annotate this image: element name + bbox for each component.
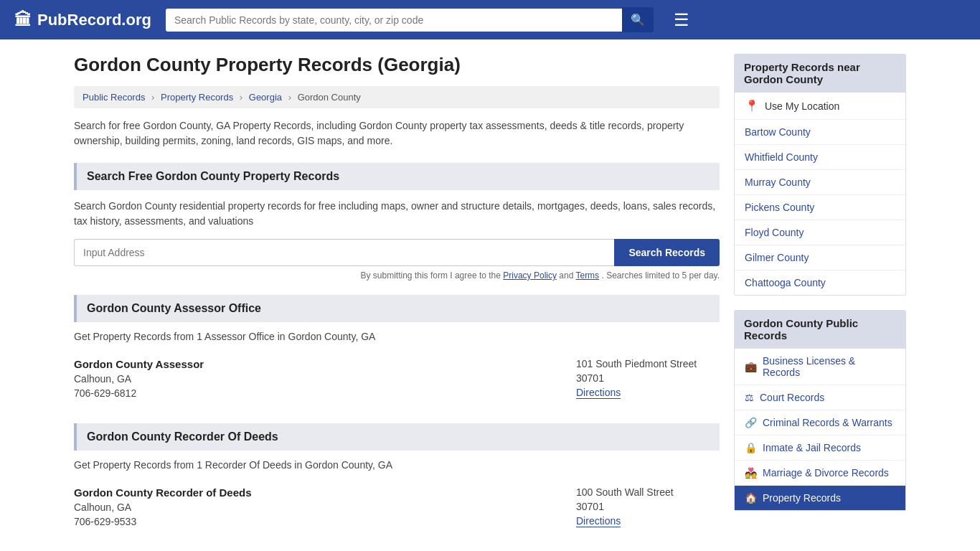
address-input[interactable] xyxy=(74,239,614,266)
breadcrumb: Public Records › Property Records › Geor… xyxy=(74,86,720,108)
sidebar-item-criminal[interactable]: 🔗 Criminal Records & Warrants xyxy=(735,410,905,435)
assessor-section: Gordon County Assessor Office Get Proper… xyxy=(74,295,720,406)
sidebar-item-marriage[interactable]: 💑 Marriage & Divorce Records xyxy=(735,461,905,486)
sidebar-nearby-header: Property Records near Gordon County xyxy=(734,54,906,93)
address-search-row: Search Records xyxy=(74,239,720,266)
header-search-bar: 🔍 xyxy=(166,7,654,32)
sidebar-item-bartow[interactable]: Bartow County xyxy=(735,120,905,145)
court-icon: ⚖ xyxy=(745,392,754,403)
hamburger-icon: ☰ xyxy=(674,10,689,29)
recorder-office-card: Gordon County Recorder of Deeds Calhoun,… xyxy=(74,479,720,534)
terms-link[interactable]: Terms xyxy=(575,270,599,281)
recorder-info-right: 100 South Wall Street 30701 Directions xyxy=(576,486,720,527)
logo-icon: 🏛 xyxy=(14,10,32,30)
sidebar-item-inmate[interactable]: 🔒 Inmate & Jail Records xyxy=(735,435,905,461)
breadcrumb-sep-1: › xyxy=(151,92,154,103)
sidebar-item-floyd[interactable]: Floyd County xyxy=(735,220,905,245)
inmate-icon: 🔒 xyxy=(745,442,757,453)
assessor-directions-link[interactable]: Directions xyxy=(576,387,621,399)
sidebar-item-court[interactable]: ⚖ Court Records xyxy=(735,385,905,410)
breadcrumb-property-records[interactable]: Property Records xyxy=(161,92,233,103)
criminal-icon: 🔗 xyxy=(745,417,757,428)
bartow-label: Bartow County xyxy=(745,126,811,138)
sidebar-item-pickens[interactable]: Pickens County xyxy=(735,195,905,220)
terms-suffix: . Searches limited to 5 per day. xyxy=(601,270,720,281)
assessor-zip: 30701 xyxy=(576,372,720,384)
business-label: Business Licenses & Records xyxy=(763,355,895,378)
sidebar-public-records-list: 💼 Business Licenses & Records ⚖ Court Re… xyxy=(734,349,906,511)
breadcrumb-public-records[interactable]: Public Records xyxy=(83,92,145,103)
sidebar-public-records-section: Gordon County Public Records 💼 Business … xyxy=(734,310,906,511)
property-icon: 🏠 xyxy=(745,492,757,504)
business-icon: 💼 xyxy=(745,361,757,372)
terms-and: and xyxy=(559,270,575,281)
search-section-header: Search Free Gordon County Property Recor… xyxy=(74,163,720,190)
property-label: Property Records xyxy=(763,492,841,504)
terms-prefix: By submitting this form I agree to the xyxy=(361,270,501,281)
recorder-phone: 706-629-9533 xyxy=(74,516,562,527)
assessor-info-right: 101 South Piedmont Street 30701 Directio… xyxy=(576,358,720,399)
sidebar-use-location[interactable]: 📍 Use My Location xyxy=(735,93,905,120)
sidebar-public-records-header: Gordon County Public Records xyxy=(734,310,906,349)
pickens-label: Pickens County xyxy=(745,202,814,213)
privacy-policy-link[interactable]: Privacy Policy xyxy=(503,270,557,281)
whitfield-label: Whitfield County xyxy=(745,151,818,163)
sidebar-item-gilmer[interactable]: Gilmer County xyxy=(735,245,905,270)
assessor-name: Gordon County Assessor xyxy=(74,358,562,370)
sidebar-item-whitfield[interactable]: Whitfield County xyxy=(735,145,905,170)
recorder-name: Gordon County Recorder of Deeds xyxy=(74,486,562,499)
header-search-input[interactable] xyxy=(166,9,622,32)
sidebar-item-murray[interactable]: Murray County xyxy=(735,170,905,195)
recorder-city: Calhoun, GA xyxy=(74,501,562,513)
use-location-label: Use My Location xyxy=(765,100,839,112)
assessor-section-header: Gordon County Assessor Office xyxy=(74,295,720,322)
assessor-street: 101 South Piedmont Street xyxy=(576,358,720,369)
recorder-section: Gordon County Recorder Of Deeds Get Prop… xyxy=(74,423,720,534)
criminal-label: Criminal Records & Warrants xyxy=(763,417,892,428)
search-form-section: Search Free Gordon County Property Recor… xyxy=(74,163,720,281)
recorder-street: 100 South Wall Street xyxy=(576,486,720,498)
logo[interactable]: 🏛 PubRecord.org xyxy=(14,10,151,30)
main-container: Gordon County Property Records (Georgia)… xyxy=(60,39,920,551)
terms-text: By submitting this form I agree to the P… xyxy=(74,270,720,281)
logo-text: PubRecord.org xyxy=(37,11,151,29)
search-icon: 🔍 xyxy=(631,14,645,26)
sidebar: Property Records near Gordon County 📍 Us… xyxy=(734,54,906,551)
recorder-description: Get Property Records from 1 Recorder Of … xyxy=(74,459,720,471)
assessor-city: Calhoun, GA xyxy=(74,373,562,385)
murray-label: Murray County xyxy=(745,176,811,188)
page-description: Search for free Gordon County, GA Proper… xyxy=(74,118,720,149)
marriage-icon: 💑 xyxy=(745,467,757,479)
floyd-label: Floyd County xyxy=(745,227,804,238)
search-description: Search Gordon County residential propert… xyxy=(74,199,720,229)
header-search-button[interactable]: 🔍 xyxy=(622,7,654,32)
sidebar-item-business[interactable]: 💼 Business Licenses & Records xyxy=(735,349,905,385)
recorder-directions-link[interactable]: Directions xyxy=(576,515,621,527)
assessor-description: Get Property Records from 1 Assessor Off… xyxy=(74,331,720,342)
recorder-info-left: Gordon County Recorder of Deeds Calhoun,… xyxy=(74,486,562,527)
assessor-phone: 706-629-6812 xyxy=(74,387,562,399)
recorder-section-header: Gordon County Recorder Of Deeds xyxy=(74,423,720,451)
marriage-label: Marriage & Divorce Records xyxy=(763,467,889,479)
sidebar-nearby-section: Property Records near Gordon County 📍 Us… xyxy=(734,54,906,296)
court-label: Court Records xyxy=(760,392,824,403)
sidebar-item-property[interactable]: 🏠 Property Records xyxy=(735,486,905,510)
breadcrumb-gordon-county: Gordon County xyxy=(298,92,361,103)
page-title: Gordon County Property Records (Georgia) xyxy=(74,54,720,76)
chattooga-label: Chattooga County xyxy=(745,277,826,288)
sidebar-item-chattooga[interactable]: Chattooga County xyxy=(735,270,905,295)
breadcrumb-sep-2: › xyxy=(240,92,242,103)
gilmer-label: Gilmer County xyxy=(745,252,809,263)
breadcrumb-georgia[interactable]: Georgia xyxy=(249,92,282,103)
assessor-info-left: Gordon County Assessor Calhoun, GA 706-6… xyxy=(74,358,562,399)
assessor-office-card: Gordon County Assessor Calhoun, GA 706-6… xyxy=(74,351,720,406)
inmate-label: Inmate & Jail Records xyxy=(763,442,861,453)
search-records-button[interactable]: Search Records xyxy=(614,239,720,266)
recorder-zip: 30701 xyxy=(576,501,720,512)
site-header: 🏛 PubRecord.org 🔍 ☰ xyxy=(0,0,980,39)
sidebar-nearby-list: 📍 Use My Location Bartow County Whitfiel… xyxy=(734,93,906,296)
location-icon: 📍 xyxy=(745,99,759,113)
breadcrumb-sep-3: › xyxy=(288,92,291,103)
content-area: Gordon County Property Records (Georgia)… xyxy=(74,54,720,551)
hamburger-menu-button[interactable]: ☰ xyxy=(674,10,689,30)
